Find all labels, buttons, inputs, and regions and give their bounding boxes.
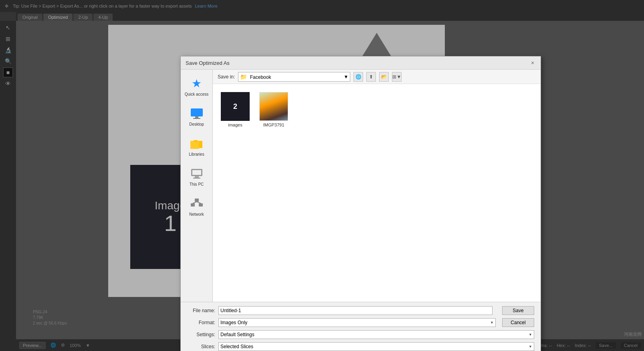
save-in-dropdown[interactable]: 📁 Facebook ▼ <box>238 72 350 82</box>
svg-line-15 <box>197 202 201 203</box>
save-optimized-dialog: Save Optimized As × ★ Quick access <box>180 56 541 351</box>
settings-dropdown[interactable]: Default Settings ▼ <box>218 330 534 339</box>
svg-rect-9 <box>195 176 199 178</box>
svg-rect-11 <box>195 199 199 202</box>
format-value: Images Only <box>220 320 247 325</box>
network-icon <box>190 196 204 211</box>
svg-rect-13 <box>199 203 203 207</box>
svg-line-14 <box>193 202 197 203</box>
svg-rect-1 <box>195 116 198 118</box>
settings-chevron: ▼ <box>529 333 532 337</box>
slices-chevron: ▼ <box>529 345 532 349</box>
cancel-col: Cancel <box>502 318 534 327</box>
dialog-title: Save Optimized As <box>186 60 230 66</box>
dialog-title-bar: Save Optimized As × <box>181 56 541 70</box>
filename-input[interactable]: Untitled-1 <box>218 306 493 315</box>
settings-label: Settings: <box>187 332 215 337</box>
cancel-button[interactable]: Cancel <box>502 318 534 327</box>
format-row: Format: Images Only ▼ Cancel <box>187 318 534 327</box>
save-button[interactable]: Save <box>502 306 534 315</box>
format-chevron: ▼ <box>490 321 494 325</box>
settings-row: Settings: Default Settings ▼ <box>187 330 534 339</box>
file-name-imgp: IMGP3791 <box>263 122 285 127</box>
file-thumb-images: 2 <box>221 92 250 121</box>
up-one-level-btn[interactable]: 🌐 <box>353 72 363 82</box>
filename-label: File name: <box>187 308 215 313</box>
file-area: Save in: 📁 Facebook ▼ 🌐 ⬆ 📂 ⊞▼ <box>213 70 541 302</box>
svg-rect-0 <box>191 108 203 116</box>
slices-row: Slices: Selected Slices ▼ All Slices All… <box>187 342 534 351</box>
nav-this-pc-label: This PC <box>190 182 204 187</box>
svg-rect-2 <box>193 118 200 119</box>
dialog-close-button[interactable]: × <box>529 60 536 66</box>
file-thumb-imgp <box>259 92 288 121</box>
format-label: Format: <box>187 320 215 325</box>
file-item-imgp[interactable]: IMGP3791 <box>258 90 290 129</box>
nav-this-pc[interactable]: This PC <box>188 164 206 188</box>
libraries-icon <box>189 136 204 150</box>
svg-rect-8 <box>192 170 201 175</box>
thumb-number: 2 <box>233 102 237 111</box>
svg-rect-5 <box>190 142 199 149</box>
up-folder-btn[interactable]: ⬆ <box>366 72 376 82</box>
button-col: Save <box>499 306 534 315</box>
dialog-toolbar: Save in: 📁 Facebook ▼ 🌐 ⬆ 📂 ⊞▼ <box>213 70 541 84</box>
nav-libraries[interactable]: Libraries <box>187 134 206 158</box>
filename-value: Untitled-1 <box>220 308 241 313</box>
file-grid: 2 images IMGP3791 <box>213 84 541 302</box>
new-folder-btn[interactable]: 📂 <box>379 72 389 82</box>
desktop-icon <box>190 106 204 120</box>
nav-panel: ★ Quick access Desktop <box>181 70 213 302</box>
nav-quick-access[interactable]: ★ Quick access <box>183 74 210 98</box>
dialog-body: ★ Quick access Desktop <box>181 70 541 302</box>
nav-quick-access-label: Quick access <box>185 92 208 96</box>
nav-network-label: Network <box>189 212 204 217</box>
file-name-images: images <box>228 122 242 127</box>
dropdown-chevron: ▼ <box>343 74 348 80</box>
folder-icon-small: 📁 <box>240 74 247 80</box>
slices-value: Selected Slices <box>220 344 253 349</box>
format-dropdown[interactable]: Images Only ▼ <box>218 318 496 327</box>
slices-container: Selected Slices ▼ All Slices All User Sl… <box>218 342 534 351</box>
slices-dropdown[interactable]: Selected Slices ▼ <box>218 342 534 351</box>
svg-rect-10 <box>193 178 200 179</box>
view-options-btn[interactable]: ⊞▼ <box>392 72 402 82</box>
quick-access-icon: ★ <box>190 76 204 90</box>
slices-label: Slices: <box>187 344 215 349</box>
svg-rect-6 <box>190 141 194 142</box>
save-in-label: Save in: <box>218 74 235 80</box>
file-item-images[interactable]: 2 images <box>219 90 251 129</box>
nav-network[interactable]: Network <box>188 195 206 218</box>
svg-rect-12 <box>191 203 195 207</box>
this-pc-icon <box>190 166 204 181</box>
save-in-value: Facebook <box>250 74 271 80</box>
nav-libraries-label: Libraries <box>189 152 204 156</box>
nav-desktop[interactable]: Desktop <box>188 104 206 128</box>
dialog-bottom: File name: Untitled-1 Save Format: Image… <box>181 302 541 351</box>
settings-value: Default Settings <box>220 332 254 337</box>
nav-desktop-label: Desktop <box>189 122 204 126</box>
filename-row: File name: Untitled-1 Save <box>187 306 534 315</box>
